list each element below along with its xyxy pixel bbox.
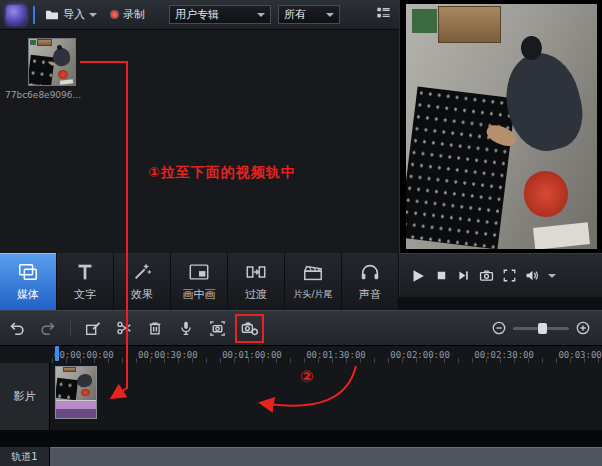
microphone-icon <box>177 319 195 337</box>
timeline-ruler[interactable]: 00:00:00:00 00:00:30:00 00:01:00:00 00:0… <box>0 345 602 363</box>
media-icon <box>17 261 39 283</box>
tab-effects[interactable]: 效果 <box>114 253 171 310</box>
black-mat <box>406 87 516 249</box>
edit-button[interactable] <box>84 319 102 337</box>
album-dropdown-value: 用户专辑 <box>175 7 219 22</box>
text-icon <box>74 261 96 283</box>
zoom-controls <box>492 321 590 335</box>
clip-thumbnail <box>56 367 96 400</box>
fullscreen-button[interactable] <box>502 268 517 283</box>
zoom-in-button[interactable] <box>576 321 590 335</box>
chevron-down-icon <box>326 13 334 17</box>
person-head <box>57 45 62 50</box>
play-button[interactable] <box>409 267 427 285</box>
track-gap <box>0 430 602 447</box>
album-dropdown[interactable]: 用户专辑 <box>169 5 271 24</box>
papers <box>60 80 74 85</box>
tab-text[interactable]: 文字 <box>57 253 114 310</box>
view-toggle-button[interactable] <box>374 4 393 25</box>
filler <box>399 297 602 310</box>
zoom-out-button[interactable] <box>492 321 506 335</box>
thumbnail-view-icon <box>376 6 391 20</box>
ruler-label: 00:00:30:00 <box>138 350 198 360</box>
transport-options-button[interactable] <box>548 274 556 278</box>
playhead[interactable] <box>55 346 59 361</box>
record-voice-button[interactable] <box>177 319 195 337</box>
capture-frame-button[interactable] <box>208 319 227 338</box>
edit-icon <box>84 319 102 337</box>
transport-bar <box>399 253 602 297</box>
accent-divider <box>33 6 35 24</box>
tab-transition-label: 过渡 <box>245 287 267 302</box>
effects-icon <box>131 261 153 283</box>
cut-button[interactable] <box>115 319 133 337</box>
tab-audio[interactable]: 声音 <box>342 253 399 310</box>
cardboard-boxes <box>438 6 501 43</box>
video-track-label: 影片 <box>0 363 50 430</box>
black-mat <box>56 378 78 400</box>
folder-icon <box>45 9 59 21</box>
chevron-down-icon <box>548 274 556 278</box>
person-head <box>521 36 542 61</box>
tab-media[interactable]: 媒体 <box>0 253 57 310</box>
clip-audio-strip <box>56 400 96 418</box>
tab-transition[interactable]: 过渡 <box>228 253 285 310</box>
titles-icon <box>302 262 324 284</box>
fullscreen-icon <box>502 268 517 283</box>
chevron-down-icon <box>89 13 97 17</box>
ruler-label: 00:03:00:00 <box>558 350 602 360</box>
timeline-clip[interactable] <box>55 366 97 419</box>
capture-options-button[interactable] <box>240 319 259 338</box>
ruler-label: 00:02:00:00 <box>390 350 450 360</box>
trash-icon <box>146 319 164 337</box>
tab-titles[interactable]: 片头/片尾 <box>285 253 342 310</box>
crate <box>412 9 437 34</box>
audio-icon <box>359 261 381 283</box>
cardboard-boxes <box>63 367 76 372</box>
zoom-in-icon <box>576 321 590 335</box>
clip-filename: 77bc6e8e9096... <box>5 90 101 100</box>
stop-button[interactable] <box>434 268 449 283</box>
crate <box>30 40 36 45</box>
papers <box>533 222 590 249</box>
undo-button[interactable] <box>8 319 26 337</box>
zoom-slider[interactable] <box>513 327 569 330</box>
import-button[interactable]: 导入 <box>42 5 100 24</box>
track1-lane[interactable] <box>0 447 602 466</box>
tab-media-label: 媒体 <box>17 287 39 302</box>
import-label: 导入 <box>63 7 85 22</box>
tab-titles-label: 片头/片尾 <box>293 288 332 301</box>
tab-effects-label: 效果 <box>131 287 153 302</box>
next-frame-icon <box>456 268 471 283</box>
chevron-down-icon <box>257 13 265 17</box>
ruler-label: 00:01:30:00 <box>306 350 366 360</box>
toolbar-divider <box>70 319 71 337</box>
red-bag <box>58 70 69 79</box>
record-icon <box>110 10 119 19</box>
tab-text-label: 文字 <box>74 287 96 302</box>
red-bag <box>524 171 568 218</box>
record-button[interactable]: 录制 <box>107 5 148 24</box>
zoom-out-icon <box>492 321 506 335</box>
library-clip-thumbnail[interactable] <box>28 38 76 86</box>
next-frame-button[interactable] <box>456 268 471 283</box>
transition-icon <box>245 261 267 283</box>
top-toolbar: 导入 录制 用户专辑 所有 <box>0 0 399 30</box>
redo-button[interactable] <box>39 319 57 337</box>
volume-button[interactable] <box>524 267 541 284</box>
delete-button[interactable] <box>146 319 164 337</box>
ruler-label: 00:00:00:00 <box>54 350 114 360</box>
video-editor-app: 导入 录制 用户专辑 所有 77bc6e8e9096... <box>0 0 602 466</box>
snapshot-button[interactable] <box>478 267 495 284</box>
filter-dropdown-value: 所有 <box>284 7 306 22</box>
undo-icon <box>8 319 26 337</box>
capture-options-icon <box>240 319 259 338</box>
tab-pip[interactable]: 画中画 <box>171 253 228 310</box>
scissors-icon <box>115 319 133 337</box>
snapshot-icon <box>478 267 495 284</box>
redo-icon <box>39 319 57 337</box>
filter-dropdown[interactable]: 所有 <box>278 5 340 24</box>
zoom-slider-handle[interactable] <box>538 323 547 334</box>
app-logo-icon <box>6 5 26 25</box>
preview-panel <box>399 0 602 253</box>
